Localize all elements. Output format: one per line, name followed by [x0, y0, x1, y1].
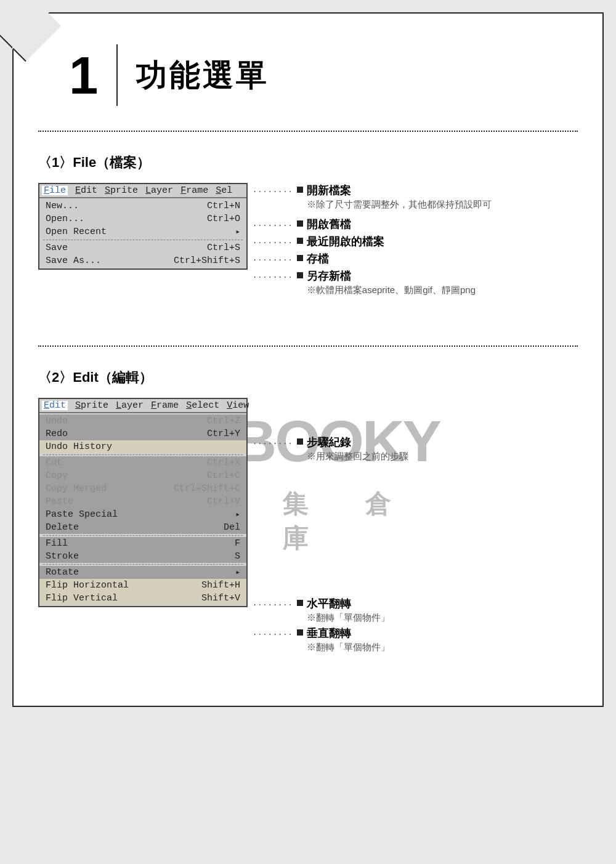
leader-dots: ········: [253, 600, 293, 609]
menubar-item-edit[interactable]: Edit: [42, 401, 68, 410]
leader-dots: ········: [253, 630, 293, 639]
menu-item-label: Open Recent: [46, 227, 107, 236]
menu-item-label: Undo: [46, 416, 68, 426]
menu-item-label: Cut: [46, 458, 62, 467]
divider: [38, 345, 578, 347]
menu-item-undo-history[interactable]: Undo History: [39, 440, 246, 453]
bullet-icon: [297, 220, 303, 227]
menu-item-shortcut: F: [224, 539, 240, 548]
menubar-item-view[interactable]: View: [227, 401, 249, 410]
menu-item-label: New...: [46, 201, 79, 211]
menu-item-shortcut: Ctrl+N: [196, 201, 240, 211]
annotation: ········垂直翻轉※翻轉「單個物件」: [253, 626, 390, 657]
menu-item-save[interactable]: SaveCtrl+S: [39, 241, 246, 254]
menu-item-label: Rotate: [46, 568, 79, 577]
menu-item-shortcut: Ctrl+C: [196, 471, 240, 480]
edit-annotations: ········步驟紀錄※用來調整回之前的步驟········水平翻轉※翻轉「單…: [253, 398, 578, 656]
file-menu-panel: FileEditSpriteLayerFrameSel New...Ctrl+N…: [38, 183, 248, 270]
bullet-icon: [297, 255, 303, 261]
annotation: ········最近開啟的檔案: [253, 234, 578, 249]
menu-item-shortcut: Shift+V: [190, 594, 240, 603]
menu-item-label: Redo: [46, 429, 68, 438]
menu-separator: [43, 535, 243, 536]
annotation: ········步驟紀錄※用來調整回之前的步驟: [253, 435, 408, 466]
menubar-item-frame[interactable]: Frame: [151, 401, 179, 410]
menu-item-shortcut: Ctrl+Shift+S: [163, 256, 240, 265]
submenu-arrow-icon: [221, 227, 240, 236]
annotation-subtitle: ※翻轉「單個物件」: [307, 612, 390, 624]
menu-item-shortcut: S: [224, 552, 240, 561]
menu-item-undo: UndoCtrl+Z: [39, 414, 246, 427]
leader-dots: ········: [253, 221, 293, 230]
menu-item-cut: CutCtrl+X: [39, 456, 246, 469]
section-edit: 〈2〉Edit（編輯） EditSpriteLayerFrameSelectVi…: [38, 368, 578, 656]
menu-item-label: Fill: [46, 539, 68, 548]
edit-menu-bar: EditSpriteLayerFrameSelectView: [39, 399, 246, 413]
submenu-arrow-icon: [221, 568, 240, 577]
menu-item-copy: CopyCtrl+C: [39, 469, 246, 482]
annotation-title: 存檔: [307, 251, 329, 266]
menu-item-label: Stroke: [46, 552, 79, 561]
menu-item-redo[interactable]: RedoCtrl+Y: [39, 427, 246, 440]
menu-item-shortcut: Ctrl+Z: [196, 416, 240, 426]
menu-item-label: Delete: [46, 523, 79, 532]
menubar-item-layer[interactable]: Layer: [145, 186, 173, 195]
bullet-icon: [297, 272, 303, 278]
menubar-item-file[interactable]: File: [42, 186, 68, 195]
menu-item-shortcut: Ctrl+O: [196, 214, 240, 224]
leader-dots: ········: [253, 439, 293, 448]
menu-item-stroke[interactable]: StrokeS: [39, 550, 246, 563]
menu-item-label: Save As...: [46, 256, 101, 265]
menu-item-label: Flip Horizontal: [46, 581, 129, 590]
bullet-icon: [297, 438, 303, 445]
menu-item-label: Open...: [46, 214, 84, 224]
menu-item-label: Copy: [46, 471, 68, 480]
menu-item-paste-special[interactable]: Paste Special: [39, 508, 246, 521]
menu-item-rotate[interactable]: Rotate: [39, 566, 246, 579]
annotation: ········開啟舊檔: [253, 217, 578, 232]
leader-dots: ········: [253, 187, 293, 196]
bullet-icon: [297, 187, 303, 193]
section-file: 〈1〉File（檔案） FileEditSpriteLayerFrameSel …: [38, 153, 578, 302]
menu-item-label: Copy Merged: [46, 484, 107, 493]
section-1-heading: 〈1〉File（檔案）: [38, 153, 578, 172]
annotation-title: 步驟紀錄: [307, 435, 408, 450]
menubar-item-edit[interactable]: Edit: [75, 186, 97, 195]
leader-dots: ········: [253, 273, 293, 281]
menu-item-label: Paste Special: [46, 510, 118, 519]
section-2-heading: 〈2〉Edit（編輯）: [38, 368, 578, 387]
menu-item-fill[interactable]: FillF: [39, 537, 246, 550]
menu-item-flip-vertical[interactable]: Flip VerticalShift+V: [39, 592, 246, 605]
leader-dots: ········: [253, 238, 293, 247]
menu-item-shortcut: Ctrl+X: [196, 458, 240, 467]
submenu-arrow-icon: [221, 510, 240, 519]
annotation: ········存檔: [253, 251, 578, 266]
menu-item-flip-horizontal[interactable]: Flip HorizontalShift+H: [39, 579, 246, 592]
menu-item-label: Paste: [46, 497, 73, 506]
bullet-icon: [297, 238, 303, 244]
page-corner-cut: [14, 14, 48, 48]
menu-item-shortcut: Shift+H: [190, 581, 240, 590]
menu-item-shortcut: Ctrl+V: [196, 497, 240, 506]
menu-item-paste: PasteCtrl+V: [39, 495, 246, 508]
menu-item-shortcut: Ctrl+Y: [196, 429, 240, 438]
menubar-item-sprite[interactable]: Sprite: [105, 186, 138, 195]
annotation-title: 水平翻轉: [307, 596, 390, 611]
menubar-item-select[interactable]: Select: [186, 401, 219, 410]
annotation-title: 另存新檔: [307, 268, 476, 283]
menu-item-delete[interactable]: DeleteDel: [39, 521, 246, 534]
menu-item-save-as-[interactable]: Save As...Ctrl+Shift+S: [39, 254, 246, 267]
menu-item-open-[interactable]: Open...Ctrl+O: [39, 212, 246, 225]
menu-item-open-recent[interactable]: Open Recent: [39, 225, 246, 238]
chapter-header: 1 功能選單: [69, 44, 578, 106]
menu-item-new-[interactable]: New...Ctrl+N: [39, 200, 246, 212]
menubar-item-frame[interactable]: Frame: [180, 186, 208, 195]
annotation-subtitle: ※除了尺寸需要調整外，其他都保持預設即可: [307, 199, 492, 211]
page: 1 功能選單 BOOKY 書 集 倉 庫 〈1〉File（檔案）: [12, 12, 604, 707]
annotation: ········水平翻轉※翻轉「單個物件」: [253, 596, 390, 628]
menubar-item-sel[interactable]: Sel: [216, 186, 232, 195]
menubar-item-sprite[interactable]: Sprite: [75, 401, 108, 410]
chapter-title: 功能選單: [136, 55, 269, 96]
annotation-title: 最近開啟的檔案: [307, 234, 384, 249]
menubar-item-layer[interactable]: Layer: [116, 401, 144, 410]
